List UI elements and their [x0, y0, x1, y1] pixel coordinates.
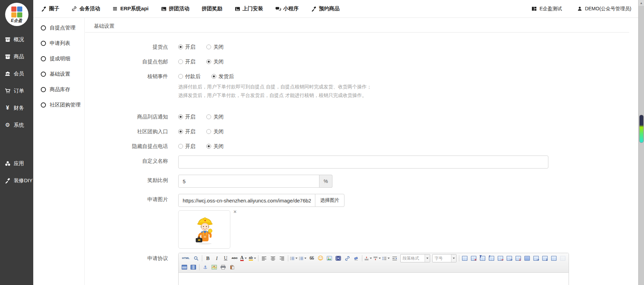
submenu-item-pickup-manage[interactable]: 自提点管理: [33, 20, 84, 36]
insert-table-icon[interactable]: [461, 254, 469, 262]
remove-format-icon[interactable]: [352, 254, 360, 262]
insert-media-icon[interactable]: [334, 254, 342, 262]
radio-input[interactable]: [178, 59, 183, 64]
account-user[interactable]: DEMO(公众号管理员): [577, 6, 631, 12]
radio-input[interactable]: [206, 59, 211, 64]
radio-option-after-shipping[interactable]: 发货后: [211, 71, 234, 82]
highlight-color-icon[interactable]: ab: [248, 254, 256, 262]
font-size-select[interactable]: 字号: [432, 254, 457, 262]
nav-item-group-activity[interactable]: 拼团活动: [161, 5, 190, 12]
sidebar-item-orders[interactable]: 订单: [0, 82, 33, 99]
radio-input[interactable]: [178, 74, 183, 79]
align-left-icon[interactable]: [260, 254, 268, 262]
radio-option-on[interactable]: 开启: [178, 126, 195, 137]
submenu-item-apply-list[interactable]: 申请列表: [33, 36, 84, 51]
underline-icon[interactable]: U: [221, 254, 230, 262]
line-height-icon[interactable]: [382, 254, 390, 262]
radio-input[interactable]: [206, 114, 211, 119]
radio-input[interactable]: [211, 74, 216, 79]
radio-option-off[interactable]: 关闭: [206, 126, 223, 137]
radio-input[interactable]: [206, 45, 211, 49]
paragraph-format-select[interactable]: 段落格式: [400, 254, 430, 262]
table-cell-props-icon[interactable]: T: [478, 254, 487, 262]
margin-top-icon[interactable]: [364, 254, 372, 262]
strikethrough-icon[interactable]: ABC: [230, 254, 239, 262]
blockquote-icon[interactable]: 66: [307, 254, 316, 262]
italic-icon[interactable]: I: [212, 254, 221, 262]
merge-cols-icon[interactable]: [189, 263, 197, 271]
apply-image-url-input[interactable]: [178, 194, 315, 207]
nav-item-mini-program[interactable]: 小程序: [276, 5, 299, 12]
sidebar-item-goods[interactable]: 商品: [0, 48, 33, 65]
ordered-list-icon[interactable]: [290, 254, 298, 262]
map-icon[interactable]: [210, 263, 218, 271]
sidebar-item-system[interactable]: ⚙ 系统: [0, 116, 33, 134]
indent-icon[interactable]: [391, 254, 399, 262]
emoticon-icon[interactable]: ☺: [316, 254, 325, 262]
sidebar-item-members[interactable]: 会员: [0, 65, 33, 82]
align-center-icon[interactable]: [269, 254, 277, 262]
reward-ratio-input[interactable]: [178, 175, 319, 188]
font-color-icon[interactable]: A: [239, 254, 247, 262]
print-icon[interactable]: [219, 263, 227, 271]
radio-option-off[interactable]: 关闭: [206, 41, 223, 52]
radio-input[interactable]: [206, 144, 211, 149]
sidebar-item-overview[interactable]: 概况: [0, 31, 33, 48]
radio-option-off[interactable]: 关闭: [206, 141, 223, 152]
radio-option-off[interactable]: 关闭: [206, 56, 223, 67]
radio-input[interactable]: [206, 129, 211, 134]
radio-input[interactable]: [178, 129, 183, 134]
choose-image-button[interactable]: 选择图片: [315, 194, 344, 207]
sidebar-item-finance[interactable]: ¥ 财务: [0, 99, 33, 116]
split-col-icon[interactable]: ↓: [541, 254, 549, 262]
nav-item-circle[interactable]: 圈子: [41, 5, 59, 12]
bold-icon[interactable]: B: [204, 254, 212, 262]
radio-input[interactable]: [178, 114, 183, 119]
sidebar-item-diy[interactable]: 装修DIY: [0, 172, 33, 189]
remove-image-icon[interactable]: ×: [233, 209, 236, 214]
html-source-button[interactable]: HTML: [180, 254, 191, 262]
submenu-item-goods-stock[interactable]: 商品库存: [33, 82, 84, 97]
account-shop[interactable]: E企盈测试: [532, 6, 562, 12]
nav-item-door-install[interactable]: 上门安装: [235, 5, 263, 12]
uploaded-image-thumbnail[interactable]: [178, 210, 230, 249]
chevron-down-icon[interactable]: [425, 255, 430, 262]
editor-content-area[interactable]: [179, 273, 569, 285]
sidebar-item-apps[interactable]: 应用: [0, 155, 33, 172]
delete-table-icon[interactable]: ×: [470, 254, 478, 262]
nav-item-reserve-goods[interactable]: 预约商品: [311, 5, 340, 12]
submenu-item-commission-detail[interactable]: 提成明细: [33, 51, 84, 66]
radio-option-on[interactable]: 开启: [178, 41, 195, 52]
page-scrollbar[interactable]: ▲: [638, 0, 644, 285]
nav-item-meeting[interactable]: 会务活动: [72, 5, 100, 12]
insert-link-icon[interactable]: [343, 254, 351, 262]
table-grid-icon[interactable]: [550, 254, 558, 262]
anchor-icon[interactable]: ⚓: [201, 263, 209, 271]
nav-item-erp-api[interactable]: ERP系统api: [112, 5, 149, 12]
nav-item-group-reward[interactable]: 拼团奖励: [202, 5, 222, 12]
insert-image-icon[interactable]: [325, 254, 333, 262]
radio-input[interactable]: [178, 144, 183, 149]
merge-cells-icon[interactable]: [523, 254, 531, 262]
submenu-item-basic-settings[interactable]: 基础设置: [33, 66, 84, 82]
scrollbar-thumb[interactable]: [639, 115, 644, 143]
scrollbar-up-icon[interactable]: ▲: [639, 0, 644, 6]
insert-row-above-icon[interactable]: ↑: [487, 254, 496, 262]
align-right-icon[interactable]: [278, 254, 286, 262]
radio-option-on[interactable]: 开启: [178, 141, 195, 152]
chevron-down-icon[interactable]: [451, 255, 456, 262]
radio-input[interactable]: [178, 45, 183, 49]
preview-icon[interactable]: [192, 254, 200, 262]
app-logo[interactable]: E企盈: [5, 3, 28, 26]
delete-row-icon[interactable]: →: [496, 254, 505, 262]
split-row-icon[interactable]: →: [532, 254, 540, 262]
margin-bottom-icon[interactable]: [373, 254, 381, 262]
delete-col-icon[interactable]: ↓: [514, 254, 522, 262]
insert-col-left-icon[interactable]: →: [505, 254, 513, 262]
custom-name-input[interactable]: [178, 156, 548, 169]
radio-option-after-payment[interactable]: 付款后: [178, 71, 201, 82]
submenu-item-community-group[interactable]: 社区团购管理: [33, 97, 84, 113]
radio-option-on[interactable]: 开启: [178, 111, 195, 122]
radio-option-off[interactable]: 关闭: [206, 111, 223, 122]
unordered-list-icon[interactable]: [299, 254, 307, 262]
